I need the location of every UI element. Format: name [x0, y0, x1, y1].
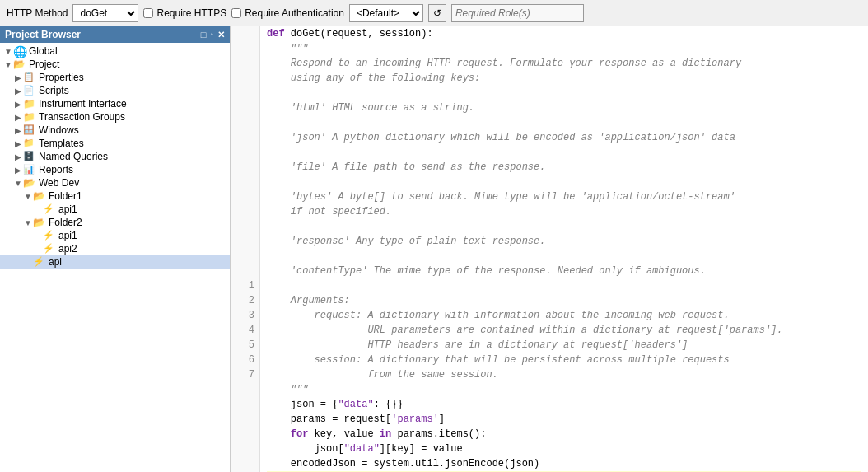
- tree-item-scripts[interactable]: ▶ 📄 Scripts: [0, 84, 230, 97]
- line-num-3: 3: [231, 308, 259, 323]
- code-line-doc2: using any of the following keys:: [267, 71, 861, 86]
- line-num-5: 5: [231, 338, 259, 353]
- code-line-doc12: URL parameters are contained within a di…: [267, 323, 861, 338]
- required-role-input[interactable]: [451, 4, 584, 22]
- code-line-doc4: 'json' A python dictionary which will be…: [267, 130, 861, 145]
- code-line-doc11: request: A dictionary with information a…: [267, 308, 861, 323]
- tree-item-transaction-groups[interactable]: ▶ 📁 Transaction Groups: [0, 110, 230, 124]
- code-line-doc5: 'file' A file path to send as the respon…: [267, 160, 861, 175]
- tree-label-reports: Reports: [39, 164, 73, 175]
- line-num-blank7: [231, 115, 259, 130]
- code-line-blank3: [267, 145, 861, 160]
- code-line-blank1: [267, 86, 861, 100]
- tree-label-folder1: Folder1: [49, 190, 82, 202]
- tree-item-api2-folder2[interactable]: ⚡ api2: [0, 242, 230, 255]
- line-num-4: 4: [231, 323, 259, 338]
- code-line-blank2: [267, 115, 861, 130]
- tree-item-properties[interactable]: ▶ 📋 Properties: [0, 71, 230, 84]
- tree-label-windows: Windows: [39, 124, 79, 136]
- line-num-blank4: [231, 71, 259, 86]
- line-num-1: 1: [231, 278, 259, 293]
- code-container: 1 2 3 4 5 6 7 def doGet(request, session…: [231, 26, 868, 472]
- tree-item-api-root[interactable]: ⚡ api: [0, 255, 230, 269]
- tree-arrow-project: ▼: [3, 60, 13, 69]
- tree-item-named-queries[interactable]: ▶ 🗄️ Named Queries: [0, 150, 230, 163]
- tree-label-instrument: Instrument Interface: [39, 98, 127, 110]
- api-root-icon: ⚡: [33, 256, 46, 268]
- tree-label-scripts: Scripts: [39, 85, 69, 96]
- code-line-docstring-open: """: [267, 41, 861, 56]
- tree-item-project[interactable]: ▼ 📂 Project: [0, 58, 230, 71]
- close-icon[interactable]: ✕: [217, 30, 225, 40]
- line-num-blank8: [231, 130, 259, 145]
- code-line-def: def doGet(request, session):: [267, 26, 861, 41]
- code-line-doc1: Respond to an incoming HTTP request. For…: [267, 56, 861, 71]
- tree-item-webdev[interactable]: ▼ 📂 Web Dev: [0, 176, 230, 189]
- tree-item-api1-folder1[interactable]: ⚡ api1: [0, 203, 230, 216]
- tree-item-api1-folder2[interactable]: ⚡ api1: [0, 229, 230, 242]
- code-line-blank5: [267, 219, 861, 234]
- http-method-select[interactable]: doGet doPost doPut doDelete: [72, 4, 138, 22]
- tree-arrow-global: ▼: [3, 47, 13, 56]
- detach-icon[interactable]: ↑: [210, 30, 215, 40]
- line-num-blank14: [231, 219, 259, 234]
- http-method-label: HTTP Method: [7, 7, 68, 19]
- code-line-doc13: HTTP headers are in a dictionary at requ…: [267, 338, 861, 353]
- code-line-2: json = {"data": {}}: [267, 397, 861, 412]
- transaction-icon: 📁: [23, 111, 36, 123]
- line-numbers: 1 2 3 4 5 6 7: [231, 26, 260, 472]
- tree-label-named-queries: Named Queries: [39, 151, 108, 162]
- line-num-blank11: [231, 175, 259, 189]
- line-num-2: 2: [231, 293, 259, 308]
- tree-item-global[interactable]: ▼ 🌐 Global: [0, 44, 230, 58]
- tree-label-webdev: Web Dev: [39, 177, 79, 189]
- require-https-checkbox[interactable]: [143, 8, 153, 18]
- require-https-group: Require HTTPS: [143, 7, 226, 19]
- line-num-blank17: [231, 264, 259, 278]
- require-auth-checkbox[interactable]: [231, 8, 241, 18]
- http-toolbar: HTTP Method doGet doPost doPut doDelete …: [0, 0, 868, 26]
- tree-item-instrument-interface[interactable]: ▶ 📁 Instrument Interface: [0, 97, 230, 110]
- globe-icon: 🌐: [13, 45, 26, 57]
- tree-label-project: Project: [29, 58, 59, 70]
- tree-item-templates[interactable]: ▶ 📁 Templates: [0, 137, 230, 150]
- sidebar-header-icons: □ ↑ ✕: [201, 30, 225, 40]
- sidebar-title: Project Browser: [5, 29, 81, 40]
- minimize-icon[interactable]: □: [201, 30, 207, 40]
- tree-arrow-named-queries: ▶: [13, 152, 23, 161]
- named-queries-icon: 🗄️: [23, 151, 36, 162]
- tree-item-reports[interactable]: ▶ 📊 Reports: [0, 163, 230, 176]
- webdev-icon: 📂: [23, 177, 36, 189]
- scripts-icon: 📄: [23, 85, 36, 96]
- line-num-blank5: [231, 86, 259, 100]
- tree-label-transaction: Transaction Groups: [39, 111, 125, 123]
- code-line-doc8: 'response' Any type of plain text respon…: [267, 234, 861, 249]
- code-line-doc14: session: A dictionary that will be persi…: [267, 353, 861, 367]
- tree-label-api1-f1: api1: [58, 203, 77, 215]
- tree-arrow-reports: ▶: [13, 166, 23, 175]
- line-num-blank3: [231, 56, 259, 71]
- default-select[interactable]: <Default>: [349, 4, 423, 22]
- tree-label-global: Global: [29, 45, 58, 57]
- folder2-icon: 📂: [33, 217, 46, 228]
- require-https-label: Require HTTPS: [156, 7, 226, 19]
- templates-icon: 📁: [23, 138, 36, 149]
- code-content-area[interactable]: def doGet(request, session): """ Respond…: [260, 26, 868, 472]
- sidebar-header: Project Browser □ ↑ ✕: [0, 26, 230, 43]
- code-editor[interactable]: 1 2 3 4 5 6 7 def doGet(request, session…: [231, 26, 868, 472]
- code-line-blank4: [267, 175, 861, 189]
- line-num-blank15: [231, 234, 259, 249]
- code-line-blank7: [267, 278, 861, 293]
- line-num-blank10: [231, 160, 259, 175]
- line-num-6: 6: [231, 353, 259, 367]
- tree-arrow-windows: ▶: [13, 126, 23, 135]
- refresh-button[interactable]: ↺: [428, 4, 446, 22]
- tree-item-folder2[interactable]: ▼ 📂 Folder2: [0, 216, 230, 229]
- code-line-6: encodedJson = system.util.jsonEncode(jso…: [267, 456, 861, 471]
- line-num-blank12: [231, 189, 259, 204]
- tree-item-windows[interactable]: ▶ 🪟 Windows: [0, 124, 230, 137]
- tree-item-folder1[interactable]: ▼ 📂 Folder1: [0, 189, 230, 203]
- tree-label-folder2: Folder2: [49, 217, 82, 228]
- code-line-doc7: if not specified.: [267, 204, 861, 219]
- main-area: Project Browser □ ↑ ✕ ▼ 🌐 Global ▼ 📂 Pro…: [0, 26, 868, 472]
